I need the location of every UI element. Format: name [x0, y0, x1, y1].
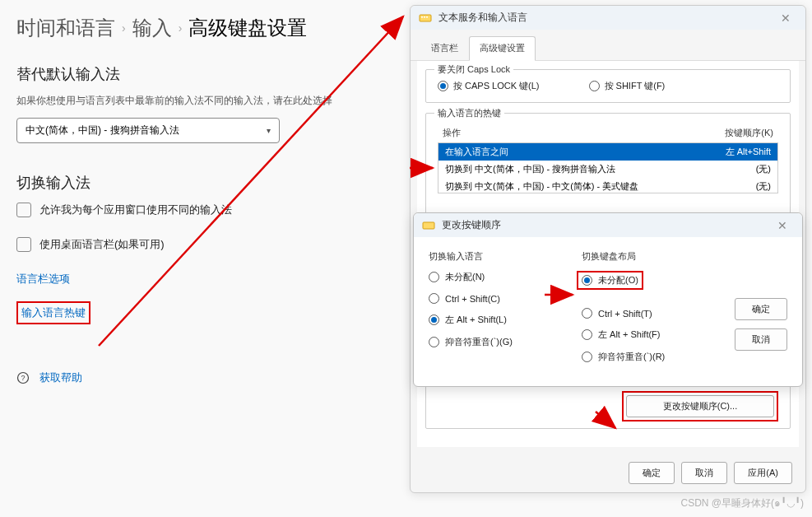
hotkey-key: (无) [756, 163, 771, 175]
group-label: 输入语言的热键 [434, 107, 504, 119]
dialog-body: 切换输入语言 未分配(N) Ctrl + Shift(C) 左 Alt + Sh… [414, 237, 802, 386]
help-link[interactable]: ? 获取帮助 [16, 370, 395, 385]
breadcrumb: 时间和语言 › 输入 › 高级键盘设置 [16, 15, 395, 41]
col-label: 切换输入语言 [429, 250, 567, 263]
radio-label: 未分配(N) [445, 271, 485, 283]
section-desc: 如果你想使用与语言列表中最靠前的输入法不同的输入法，请在此处选择 [16, 94, 395, 108]
radio-icon [582, 275, 592, 286]
cancel-button[interactable]: 取消 [735, 328, 787, 351]
keyboard-icon [422, 219, 435, 232]
switch-input-language-col: 切换输入语言 未分配(N) Ctrl + Shift(C) 左 Alt + Sh… [429, 250, 567, 373]
highlight-box: 更改按键顺序(C)... [622, 391, 778, 422]
svg-rect-6 [423, 222, 434, 229]
radio-icon [429, 272, 439, 282]
radio-grave-accent[interactable]: 抑音符重音(`)(R) [582, 351, 720, 363]
dialog-footer: 确定 取消 应用(A) [411, 454, 805, 492]
hotkey-key: 左 Alt+Shift [726, 146, 771, 158]
tab-language-bar[interactable]: 语言栏 [420, 36, 469, 60]
checkbox-icon [16, 203, 31, 217]
radio-label: 抑音符重音(`)(G) [445, 336, 513, 348]
language-bar-options-link[interactable]: 语言栏选项 [16, 272, 395, 286]
chevron-down-icon: ▾ [267, 126, 271, 135]
checkbox-per-app[interactable]: 允许我为每个应用窗口使用不同的输入法 [16, 203, 395, 217]
radio-label: Ctrl + Shift(T) [598, 309, 652, 319]
input-hotkey-link-wrap: 输入语言热键 [16, 301, 395, 324]
radio-icon [582, 352, 592, 362]
dropdown-value: 中文(简体，中国) - 搜狗拼音输入法 [26, 123, 179, 137]
svg-rect-3 [421, 16, 423, 18]
dialog-title: 文本服务和输入语言 [438, 11, 774, 25]
dialog-buttons: 确定 取消 [735, 250, 787, 373]
radio-ctrl-shift[interactable]: Ctrl + Shift(C) [429, 293, 567, 304]
change-key-sequence-dialog: 更改按键顺序 ✕ 切换输入语言 未分配(N) Ctrl + Shift(C) 左… [413, 212, 803, 387]
hotkey-key: (无) [756, 180, 771, 193]
close-icon[interactable]: ✕ [771, 219, 794, 232]
radio-left-alt-shift[interactable]: 左 Alt + Shift(F) [582, 328, 720, 341]
help-icon: ? [16, 371, 30, 384]
settings-page: 时间和语言 › 输入 › 高级键盘设置 替代默认输入法 如果你想使用与语言列表中… [0, 0, 411, 400]
hotkey-action: 切换到 中文(简体，中国) - 搜狗拼音输入法 [445, 163, 615, 175]
tabs: 语言栏 高级键设置 [411, 30, 805, 61]
breadcrumb-item[interactable]: 输入 [132, 15, 172, 41]
input-hotkey-link[interactable]: 输入语言热键 [16, 301, 90, 324]
svg-rect-2 [420, 15, 431, 21]
radio-label: Ctrl + Shift(C) [445, 294, 500, 304]
breadcrumb-item[interactable]: 时间和语言 [16, 15, 115, 41]
section-title: 替代默认输入法 [16, 64, 395, 84]
dialog-title: 更改按键顺序 [442, 218, 771, 232]
default-ime-dropdown[interactable]: 中文(简体，中国) - 搜狗拼音输入法 ▾ [16, 118, 280, 143]
hotkey-row[interactable]: 切换到 中文(简体，中国) - 搜狗拼音输入法 (无) [438, 161, 777, 178]
radio-shift[interactable]: 按 SHIFT 键(F) [589, 80, 666, 92]
radio-unassigned[interactable]: 未分配(O) [577, 271, 643, 290]
radio-icon [429, 337, 439, 347]
radio-label: 抑音符重音(`)(R) [598, 351, 665, 363]
hotkey-row[interactable]: 在输入语言之间 左 Alt+Shift [438, 143, 777, 161]
radio-ctrl-shift[interactable]: Ctrl + Shift(T) [582, 308, 720, 319]
titlebar: 更改按键顺序 ✕ [414, 213, 802, 237]
radio-icon [582, 329, 592, 340]
chevron-right-icon: › [122, 21, 126, 35]
svg-text:?: ? [21, 374, 25, 382]
radio-label: 左 Alt + Shift(F) [598, 328, 661, 341]
change-key-sequence-button[interactable]: 更改按键顺序(C)... [626, 395, 774, 417]
switch-keyboard-layout-col: 切换键盘布局 未分配(O) Ctrl + Shift(T) 左 Alt + Sh… [582, 250, 720, 373]
ok-button[interactable]: 确定 [629, 462, 675, 484]
chevron-right-icon: › [179, 21, 183, 35]
capslock-group: 要关闭 Caps Lock 按 CAPS LOCK 键(L) 按 SHIFT 键… [425, 69, 791, 103]
titlebar: 文本服务和输入语言 ✕ [411, 6, 805, 30]
checkbox-label: 允许我为每个应用窗口使用不同的输入法 [39, 203, 232, 217]
hotkey-action: 在输入语言之间 [445, 146, 508, 158]
radio-icon [429, 293, 439, 304]
checkbox-icon [16, 237, 31, 252]
radio-label: 左 Alt + Shift(L) [445, 314, 507, 326]
radio-left-alt-shift[interactable]: 左 Alt + Shift(L) [429, 314, 567, 326]
checkbox-desktop-langbar[interactable]: 使用桌面语言栏(如果可用) [16, 237, 395, 252]
checkbox-label: 使用桌面语言栏(如果可用) [39, 237, 165, 252]
radio-icon [429, 314, 439, 325]
apply-button[interactable]: 应用(A) [734, 462, 792, 484]
hotkey-action: 切换到 中文(简体，中国) - 中文(简体) - 美式键盘 [445, 180, 638, 193]
section-title: 切换输入法 [16, 173, 395, 193]
close-icon[interactable]: ✕ [774, 12, 797, 25]
col-header-keyseq: 按键顺序(K) [725, 127, 773, 139]
radio-icon [582, 308, 592, 319]
col-header-action: 操作 [443, 127, 461, 139]
keyboard-icon [419, 12, 432, 25]
watermark: CSDN @早睡身体好(๑╹◡╹) [680, 495, 804, 510]
svg-rect-4 [424, 16, 425, 18]
radio-label: 按 SHIFT 键(F) [605, 80, 666, 92]
radio-unassigned[interactable]: 未分配(N) [429, 271, 567, 283]
radio-grave-accent[interactable]: 抑音符重音(`)(G) [429, 336, 567, 348]
hotkey-row[interactable]: 切换到 中文(简体，中国) - 中文(简体) - 美式键盘 (无) [438, 178, 777, 193]
radio-label: 未分配(O) [598, 274, 638, 286]
hotkey-list[interactable]: 在输入语言之间 左 Alt+Shift 切换到 中文(简体，中国) - 搜狗拼音… [438, 142, 778, 193]
ok-button[interactable]: 确定 [735, 298, 787, 320]
svg-rect-5 [426, 16, 428, 18]
tab-advanced-keys[interactable]: 高级键设置 [469, 36, 536, 61]
breadcrumb-current: 高级键盘设置 [188, 15, 307, 41]
col-label: 切换键盘布局 [582, 250, 720, 263]
group-label: 要关闭 Caps Lock [434, 63, 513, 76]
cancel-button[interactable]: 取消 [681, 462, 727, 484]
radio-label: 按 CAPS LOCK 键(L) [453, 80, 540, 92]
radio-capslock[interactable]: 按 CAPS LOCK 键(L) [438, 80, 540, 92]
